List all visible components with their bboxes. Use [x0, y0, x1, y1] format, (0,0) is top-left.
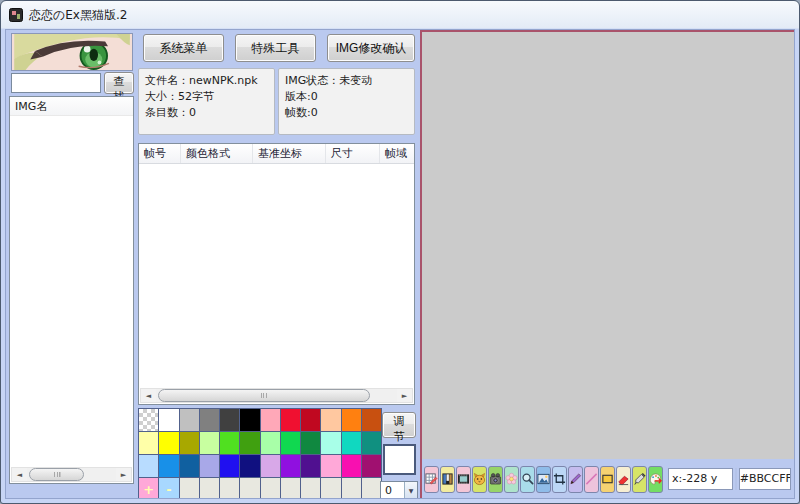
image-icon[interactable] [536, 466, 551, 493]
palette-color-cell[interactable] [321, 409, 340, 431]
palette-color-cell[interactable] [362, 455, 381, 477]
palette-color-cell[interactable] [200, 432, 219, 454]
palette-color-cell[interactable] [342, 409, 361, 431]
palette-color-cell[interactable] [342, 455, 361, 477]
palette-color-cell[interactable] [139, 432, 158, 454]
palette-color-cell[interactable] [281, 432, 300, 454]
pen-icon[interactable] [568, 466, 583, 493]
palette-color-cell[interactable] [139, 455, 158, 477]
palette-empty-cell[interactable] [240, 478, 259, 499]
file-info-box: 文件名：newNPK.npk 大小：52字节 条目数：0 [138, 68, 275, 135]
rectangle-icon[interactable] [600, 466, 615, 493]
img-list-hscrollbar[interactable]: ◄ ► [11, 467, 132, 482]
img-list-body[interactable] [10, 117, 133, 466]
scroll-left-arrow[interactable]: ◄ [12, 468, 27, 481]
palette-empty-cell[interactable] [200, 478, 219, 499]
color-code-field[interactable]: #BBCCFF [739, 468, 791, 490]
palette-empty-cell[interactable] [342, 478, 361, 499]
selected-color-preview [383, 444, 416, 475]
system-menu-button[interactable]: 系统菜单 [143, 34, 224, 62]
palette-color-cell[interactable] [362, 432, 381, 454]
palette-color-cell[interactable] [220, 432, 239, 454]
palette-color-cell[interactable] [159, 409, 178, 431]
adjust-button[interactable]: 调节 [382, 412, 416, 438]
palette-color-cell[interactable] [281, 455, 300, 477]
palette-empty-cell[interactable] [362, 478, 381, 499]
scroll-thumb[interactable] [29, 468, 84, 481]
palette-color-cell[interactable] [200, 409, 219, 431]
column-header-5[interactable]: 帧域 [380, 144, 414, 163]
palette-transparent-cell[interactable] [139, 409, 158, 431]
img-confirm-button[interactable]: IMG修改确认 [327, 34, 415, 62]
palette-empty-cell[interactable] [301, 478, 320, 499]
magnifier-icon[interactable] [520, 466, 535, 493]
column-header-1[interactable]: 帧号 [139, 144, 181, 163]
special-tools-button[interactable]: 特殊工具 [235, 34, 316, 62]
palette-color-cell[interactable] [261, 432, 280, 454]
scroll-thumb[interactable] [158, 389, 370, 402]
palette-color-cell[interactable] [240, 432, 259, 454]
palette-add-button[interactable]: + [139, 478, 158, 499]
palette-empty-cell[interactable] [180, 478, 199, 499]
coords-field[interactable]: x:-228 y [668, 468, 733, 490]
palette-color-cell[interactable] [159, 432, 178, 454]
search-input[interactable] [11, 73, 101, 93]
palette-color-cell[interactable] [220, 455, 239, 477]
palette-index-dropdown[interactable]: 0 ▼ [380, 481, 418, 499]
scroll-track[interactable] [27, 468, 116, 481]
client-area: 查找 IMG名 ◄ ► 系统菜单 特殊工具 IMG修改确认 文件名：newNPK… [5, 29, 795, 499]
frame-table-header: 帧号颜色格式基准坐标尺寸帧域 [139, 144, 414, 164]
flower-icon[interactable] [504, 466, 519, 493]
scroll-right-arrow[interactable]: ► [397, 389, 412, 402]
title-bar[interactable]: 恋恋のEx黑猫版.2 [1, 1, 799, 29]
frame-table-body[interactable] [139, 165, 414, 387]
film-frame-icon[interactable] [456, 466, 471, 493]
palette-empty-cell[interactable] [220, 478, 239, 499]
frame-table-hscrollbar[interactable]: ◄ ► [140, 388, 413, 403]
chevron-down-icon[interactable]: ▼ [404, 482, 417, 498]
palette-color-cell[interactable] [159, 455, 178, 477]
camera-icon[interactable] [488, 466, 503, 493]
palette-color-cell[interactable] [261, 455, 280, 477]
palette-color-cell[interactable] [281, 409, 300, 431]
palette-color-cell[interactable] [220, 409, 239, 431]
palette-color-cell[interactable] [180, 409, 199, 431]
column-header-4[interactable]: 尺寸 [326, 144, 380, 163]
palette-color-cell[interactable] [342, 432, 361, 454]
img-list-header[interactable]: IMG名 [10, 97, 133, 116]
app-icon [9, 8, 23, 22]
palette-color-cell[interactable] [200, 455, 219, 477]
image-canvas[interactable] [422, 32, 794, 459]
palette-color-cell[interactable] [240, 455, 259, 477]
palette-color-cell[interactable] [261, 409, 280, 431]
scroll-track[interactable] [156, 389, 397, 402]
toolbar-icons [424, 466, 664, 493]
palette-bars-icon[interactable] [440, 466, 455, 493]
table-edit-icon[interactable] [424, 466, 439, 493]
palette-color-cell[interactable] [180, 455, 199, 477]
file-size-line: 大小：52字节 [145, 89, 268, 105]
palette-color-cell[interactable] [301, 409, 320, 431]
palette-color-cell[interactable] [321, 455, 340, 477]
crop-icon[interactable] [552, 466, 567, 493]
palette-color-cell[interactable] [301, 432, 320, 454]
palette-color-cell[interactable] [240, 409, 259, 431]
scroll-right-arrow[interactable]: ► [116, 468, 131, 481]
palette-confirm-icon[interactable] [648, 466, 663, 493]
palette-empty-cell[interactable] [321, 478, 340, 499]
palette-empty-cell[interactable] [281, 478, 300, 499]
column-header-2[interactable]: 颜色格式 [181, 144, 253, 163]
palette-color-cell[interactable] [180, 432, 199, 454]
line-icon[interactable] [584, 466, 599, 493]
scroll-left-arrow[interactable]: ◄ [141, 389, 156, 402]
find-button[interactable]: 查找 [104, 72, 134, 94]
cat-icon[interactable] [472, 466, 487, 493]
palette-color-cell[interactable] [301, 455, 320, 477]
palette-remove-button[interactable]: - [159, 478, 178, 499]
palette-color-cell[interactable] [321, 432, 340, 454]
palette-color-cell[interactable] [362, 409, 381, 431]
palette-empty-cell[interactable] [261, 478, 280, 499]
column-header-3[interactable]: 基准坐标 [253, 144, 326, 163]
eraser-icon[interactable] [616, 466, 631, 493]
dropper-icon[interactable] [632, 466, 647, 493]
